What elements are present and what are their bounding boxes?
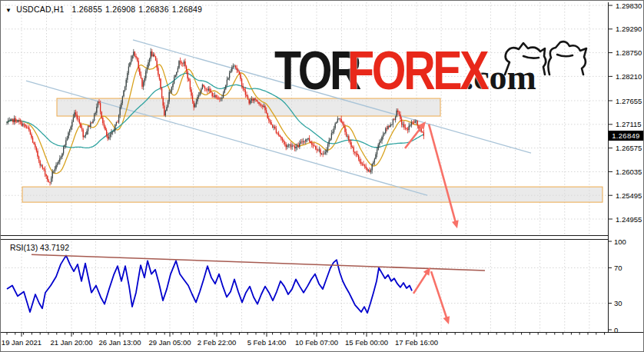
support-zone (22, 187, 603, 202)
price-axis-label: 1.28210 (616, 72, 642, 81)
logo-text-forex: FOREX (347, 44, 486, 98)
ohlc-low: 1.26836 (138, 5, 168, 14)
price-axis-label: 1.26035 (616, 168, 642, 176)
rsi-down-arrow-head (443, 316, 450, 324)
price-axis-label: 1.28750 (616, 48, 642, 57)
symbol-info: ▼USDCAD,H11.268551.269081.268361.26849 (5, 5, 205, 14)
torforex-logo: TORFOREX.com (274, 44, 536, 98)
bull-bear-icon (500, 39, 594, 79)
time-axis-label: 17 Feb 16:00 (386, 338, 447, 347)
rsi-axis-label: 70 (614, 264, 622, 272)
ohlc-high: 1.26908 (105, 5, 135, 14)
resistance-zone (57, 98, 440, 116)
rsi-axis-label: 100 (614, 237, 626, 246)
rsi-indicator-label: RSI(13) 43.7192 (10, 243, 69, 252)
chart-window: ▼USDCAD,H11.268551.269081.268361.26849 T… (0, 0, 644, 352)
current-price-tag: 1.26849 (609, 131, 643, 141)
symbol-dropdown-icon[interactable]: ▼ (5, 7, 12, 14)
rsi-up-arrow[interactable] (413, 271, 428, 294)
rsi-down-arrow[interactable] (431, 271, 447, 320)
symbol-name: USDCAD,H1 (16, 5, 64, 14)
price-axis-label: 1.26575 (616, 144, 642, 152)
price-axis-label: 1.29830 (616, 2, 642, 10)
time-axis[interactable]: 19 Jan 202121 Jan 20:0026 Jan 13:0029 Ja… (1, 332, 644, 352)
price-axis-label: 1.27655 (616, 97, 642, 105)
rsi-axis-label: 30 (614, 299, 622, 307)
ohlc-open: 1.26855 (72, 5, 102, 14)
sell-down-arrow-head (452, 220, 459, 228)
ohlc-close: 1.26849 (172, 5, 202, 14)
price-axis-label: 1.24955 (616, 215, 642, 224)
panel-separator[interactable] (1, 235, 608, 240)
rsi-line (7, 255, 412, 313)
price-axis-label: 1.27115 (616, 120, 642, 128)
sell-down-arrow[interactable] (429, 125, 456, 225)
logo-text-tor: TOR (274, 44, 359, 98)
rsi-axis[interactable]: 10070300 (608, 238, 644, 332)
price-axis-label: 1.25495 (616, 191, 642, 200)
price-axis-label: 1.29290 (616, 25, 642, 33)
